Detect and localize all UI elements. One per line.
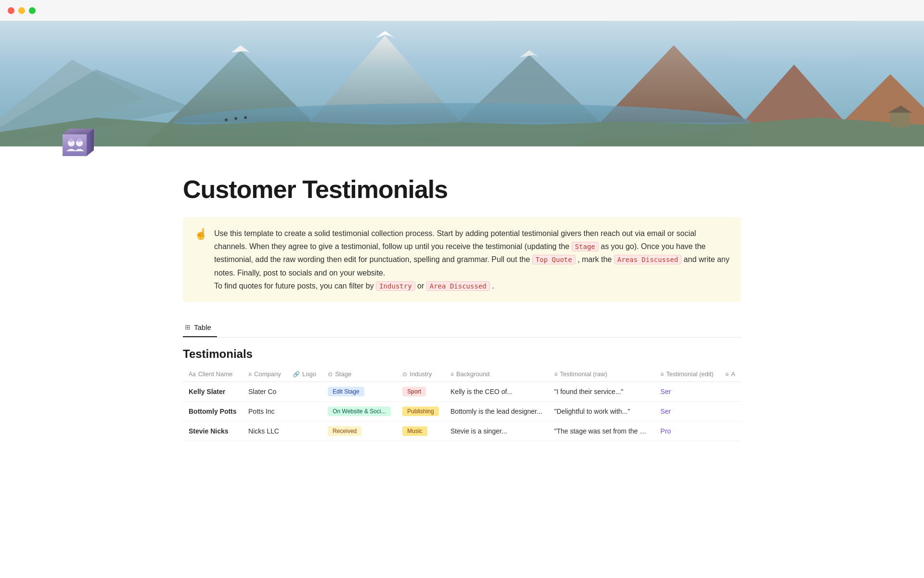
cell-company: Nicks LLC [243, 421, 287, 441]
col-client-name[interactable]: AaClient Name [183, 367, 243, 382]
stage-badge: Edit Stage [328, 387, 364, 396]
callout-text: Use this template to create a solid test… [214, 227, 730, 292]
testimonial-edit-value: Pro [660, 427, 671, 435]
cover-image [0, 21, 924, 146]
cell-company: Potts Inc [243, 401, 287, 421]
cell-logo [287, 401, 322, 421]
cell-testimonial-raw: "Delightful to work with..." [548, 401, 654, 421]
table-tab[interactable]: ⊞ Table [183, 319, 217, 337]
area2-highlight: Area Discussed [426, 281, 490, 291]
cell-a [719, 401, 741, 421]
cell-industry: Publishing [397, 401, 445, 421]
col-testimonial-edit[interactable]: ≡Testimonial (edit) [654, 367, 719, 382]
table-heading: Testimonials [183, 347, 741, 361]
titlebar [0, 0, 924, 21]
col-testimonial-raw[interactable]: ≡Testimonial (raw) [548, 367, 654, 382]
cell-name: Stevie Nicks [183, 421, 243, 441]
callout-box: ☝️ Use this template to create a solid t… [183, 217, 741, 302]
table-tab-label: Table [194, 323, 211, 331]
cell-stage: Edit Stage [322, 381, 397, 401]
table-row[interactable]: Stevie Nicks Nicks LLC Received Music St… [183, 421, 741, 441]
col-company[interactable]: ≡Company [243, 367, 287, 382]
cell-stage: On Website & Soci... [322, 401, 397, 421]
svg-point-16 [234, 117, 237, 120]
page-title: Customer Testimonials [183, 175, 741, 204]
cell-background: Stevie is a singer... [445, 421, 548, 441]
cell-logo [287, 381, 322, 401]
main-content: Customer Testimonials ☝️ Use this templa… [125, 175, 799, 470]
cell-stage: Received [322, 421, 397, 441]
industry-badge: Publishing [402, 407, 438, 416]
stage-badge: Received [328, 426, 361, 436]
col-stage[interactable]: ⊙Stage [322, 367, 397, 382]
cell-testimonial-edit: Ser [654, 401, 719, 421]
cell-a [719, 421, 741, 441]
table-section: ⊞ Table Testimonials AaClient Name ≡Comp… [183, 319, 741, 441]
cell-testimonial-raw: "The stage was set from the start..." [548, 421, 654, 441]
svg-rect-18 [890, 113, 910, 127]
fullscreen-button[interactable] [29, 7, 36, 14]
traffic-lights [8, 7, 36, 14]
cell-name: Bottomly Potts [183, 401, 243, 421]
svg-marker-22 [63, 134, 87, 156]
areas-highlight: Areas Discussed [614, 255, 681, 264]
topquote-highlight: Top Quote [532, 255, 576, 264]
col-a[interactable]: ≡A [719, 367, 741, 382]
table-tab-icon: ⊞ [185, 323, 191, 331]
cell-a [719, 381, 741, 401]
cell-background: Bottomly is the lead designer... [445, 401, 548, 421]
svg-point-27 [69, 138, 73, 142]
cell-industry: Music [397, 421, 445, 441]
cell-company: Slater Co [243, 381, 287, 401]
svg-point-28 [77, 138, 81, 142]
industry-badge: Music [402, 426, 427, 436]
industry-badge: Sport [402, 387, 426, 396]
svg-point-17 [244, 116, 247, 119]
minimize-button[interactable] [18, 7, 25, 14]
page-icon [58, 120, 101, 163]
cell-name: Kelly Slater [183, 381, 243, 401]
industry-highlight: Industry [376, 281, 415, 291]
cell-logo [287, 421, 322, 441]
testimonial-edit-value: Ser [660, 407, 671, 415]
database-table: AaClient Name ≡Company 🔗Logo ⊙Stage ⊙Ind… [183, 367, 741, 441]
col-industry[interactable]: ⊙Industry [397, 367, 445, 382]
testimonial-edit-value: Ser [660, 388, 671, 395]
cell-background: Kelly is the CEO of... [445, 381, 548, 401]
svg-point-15 [225, 118, 228, 121]
callout-icon: ☝️ [194, 228, 207, 240]
table-row[interactable]: Kelly Slater Slater Co Edit Stage Sport … [183, 381, 741, 401]
col-background[interactable]: ≡Background [445, 367, 548, 382]
col-logo[interactable]: 🔗Logo [287, 367, 322, 382]
cell-testimonial-raw: "I found their service..." [548, 381, 654, 401]
cell-testimonial-edit: Ser [654, 381, 719, 401]
table-row[interactable]: Bottomly Potts Potts Inc On Website & So… [183, 401, 741, 421]
stage-highlight: Stage [572, 242, 599, 251]
table-tab-row: ⊞ Table [183, 319, 741, 338]
table-header-row: AaClient Name ≡Company 🔗Logo ⊙Stage ⊙Ind… [183, 367, 741, 382]
cell-industry: Sport [397, 381, 445, 401]
stage-badge: On Website & Soci... [328, 407, 391, 416]
close-button[interactable] [8, 7, 14, 14]
cell-testimonial-edit: Pro [654, 421, 719, 441]
